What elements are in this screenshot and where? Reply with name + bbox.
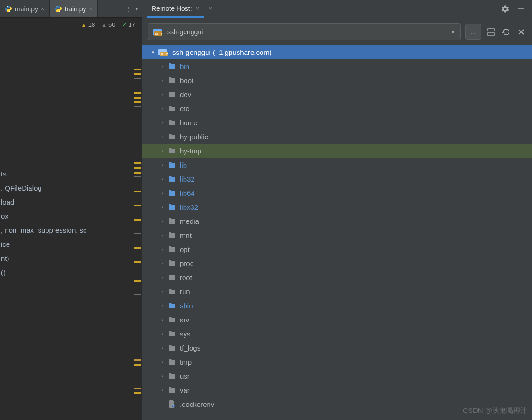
tree-folder[interactable]: ›dev [142,87,532,101]
tree-folder[interactable]: ›hy-tmp [142,144,532,158]
weak-warnings-count[interactable]: 50 [101,21,115,28]
chevron-right-icon[interactable]: › [159,359,166,365]
chevron-right-icon[interactable]: › [159,289,166,294]
panel-tab-empty[interactable]: × [204,0,217,18]
chevron-right-icon[interactable]: › [159,275,166,280]
editor-tab-train[interactable]: train.py × [50,0,98,17]
close-icon[interactable]: × [196,5,200,12]
tree-folder[interactable]: ›var [142,383,532,397]
tree-root[interactable]: ▾ SFTP ssh-genggui (i-1.gpushare.com) [142,45,532,59]
python-icon [54,5,62,13]
svg-point-1 [9,11,10,12]
folder-icon [168,203,176,211]
tree-item-label: media [178,217,199,225]
remote-host-panel: Remote Host: × × SFTP ssh-genggui ▼ [142,0,532,420]
chevron-right-icon[interactable]: › [159,162,166,168]
tree-folder[interactable]: ›sys [142,327,532,341]
svg-text:SFTP: SFTP [161,53,168,55]
chevron-right-icon[interactable]: › [159,246,166,252]
settings-icon[interactable] [497,0,513,18]
chevron-right-icon[interactable]: › [159,232,166,238]
tree-item-label: proc [178,260,193,267]
editor-tabbar: main.py × train.py × ⋮ ▾ [0,0,142,18]
folder-icon [168,273,176,282]
chevron-right-icon[interactable]: › [159,106,166,111]
tree-file[interactable]: ? .dockerenv [142,397,532,411]
folder-icon [168,358,176,366]
svg-point-3 [59,11,60,12]
chevron-right-icon[interactable]: › [159,134,166,139]
tree-folder[interactable]: ›boot [142,73,532,87]
chevron-right-icon[interactable]: › [159,176,166,182]
chevron-right-icon[interactable]: › [159,387,166,393]
svg-rect-4 [518,8,524,9]
tree-folder[interactable]: ›bin [142,59,532,73]
chevron-right-icon[interactable]: › [159,345,166,351]
chevron-down-icon[interactable]: ▾ [135,6,138,12]
tree-folder[interactable]: ›hy-public [142,130,532,144]
passed-count[interactable]: 17 [122,21,135,28]
chevron-right-icon[interactable]: › [159,120,166,125]
tree-folder[interactable]: ›lib64 [142,186,532,200]
tree-folder[interactable]: ›proc [142,256,532,270]
python-icon [5,5,12,13]
inspections-bar[interactable]: 18 50 17 [0,18,142,31]
host-select[interactable]: SFTP ssh-genggui ▼ [148,23,461,40]
code-editor[interactable]: ts, QFileDialogloadox, non_max_suppressi… [0,31,142,420]
chevron-down-icon[interactable]: ▾ [150,49,156,55]
panel-tab-remote-host[interactable]: Remote Host: × [147,0,204,18]
svg-text:?: ? [172,405,174,407]
tree-folder[interactable]: ›tf_logs [142,341,532,355]
tree-folder[interactable]: ›lib32 [142,172,532,186]
close-panel-icon[interactable] [516,28,526,36]
editor-tab-main[interactable]: main.py × [0,0,50,17]
code-line: () [0,266,131,280]
svg-point-2 [56,6,57,7]
minimize-icon[interactable] [513,0,529,18]
tree-folder[interactable]: ›lib [142,158,532,172]
chevron-right-icon[interactable]: › [159,63,166,69]
chevron-right-icon[interactable]: › [159,148,166,153]
tree-folder[interactable]: ›usr [142,369,532,383]
chevron-right-icon[interactable]: › [159,92,166,97]
tree-folder[interactable]: ›libx32 [142,200,532,214]
tree-item-label: lib32 [178,175,195,183]
close-icon[interactable]: × [89,5,93,12]
tree-folder[interactable]: ›home [142,115,532,130]
tree-item-label: sys [178,330,191,338]
tree-folder[interactable]: ›tmp [142,355,532,369]
tree-folder[interactable]: ›run [142,284,532,298]
tree-folder[interactable]: ›srv [142,313,532,327]
tree-item-label: root [178,274,192,282]
close-icon[interactable]: × [41,5,45,12]
tree-item-label: libx32 [178,203,198,211]
svg-rect-8 [488,29,494,31]
chevron-right-icon[interactable]: › [159,373,166,379]
chevron-right-icon[interactable]: › [159,77,166,83]
more-tabs-icon[interactable]: ⋮ [126,6,131,12]
split-icon[interactable] [486,28,496,36]
tree-item-label: .dockerenv [178,400,214,408]
tree-folder[interactable]: ›opt [142,242,532,256]
chevron-right-icon[interactable]: › [159,317,166,322]
error-stripe[interactable] [132,31,142,420]
chevron-right-icon[interactable]: › [159,331,166,336]
close-icon[interactable]: × [208,5,212,12]
refresh-icon[interactable] [501,28,511,36]
remote-tree[interactable]: ▾ SFTP ssh-genggui (i-1.gpushare.com) ›b… [142,44,532,420]
more-options-button[interactable]: ... [465,24,481,40]
tree-folder[interactable]: ›mnt [142,228,532,242]
folder-icon [168,231,176,239]
tree-folder[interactable]: ›sbin [142,298,532,313]
tree-folder[interactable]: ›root [142,270,532,284]
folder-icon [168,104,176,113]
chevron-right-icon[interactable]: › [159,303,166,308]
chevron-right-icon[interactable]: › [159,218,166,224]
chevron-right-icon[interactable]: › [159,260,166,266]
tree-folder[interactable]: ›etc [142,101,532,115]
tree-folder[interactable]: ›media [142,214,532,228]
chevron-right-icon[interactable]: › [159,190,166,196]
chevron-right-icon[interactable]: › [159,204,166,210]
warnings-count[interactable]: 18 [81,21,95,28]
tree-item-label: tmp [178,358,192,366]
